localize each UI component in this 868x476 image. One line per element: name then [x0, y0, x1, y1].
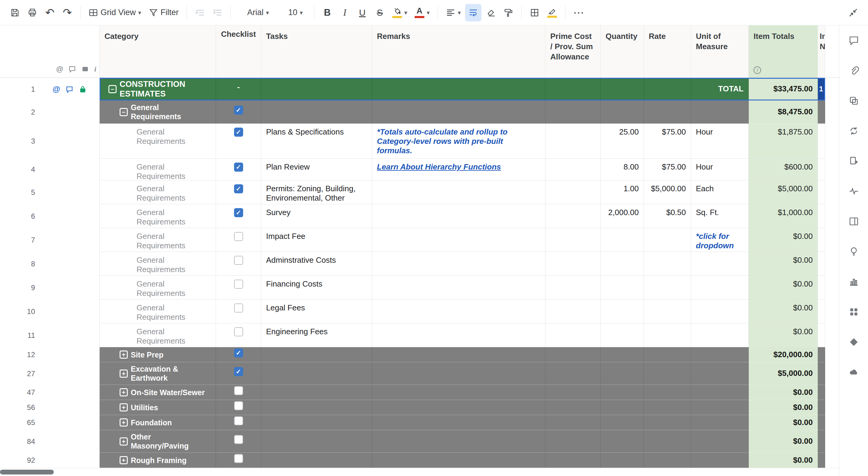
invoice-number-cell[interactable] — [818, 252, 825, 276]
update-requests-panel-button[interactable] — [847, 124, 861, 138]
font-family-selector[interactable]: Arial ▾ — [236, 4, 281, 22]
unit-of-measure-cell[interactable]: Hour — [691, 159, 749, 180]
rate-cell[interactable] — [644, 385, 691, 400]
print-button[interactable] — [24, 4, 40, 22]
expand-toggle-icon[interactable]: + — [120, 388, 128, 396]
rate-cell[interactable] — [644, 453, 691, 468]
row-number[interactable]: 5 — [0, 188, 35, 197]
horizontal-scrollbar[interactable] — [0, 468, 839, 476]
rate-cell[interactable] — [644, 430, 691, 453]
task-cell[interactable] — [261, 362, 372, 385]
quantity-cell[interactable]: 1.00 — [601, 180, 644, 204]
task-cell[interactable] — [261, 430, 372, 453]
summary-panel-button[interactable] — [847, 215, 861, 228]
prime-cost-cell[interactable] — [546, 300, 601, 324]
category-cell[interactable]: General Requirements — [100, 159, 216, 180]
unit-of-measure-cell[interactable]: Hour — [691, 124, 749, 159]
remarks-cell[interactable] — [372, 347, 546, 362]
category-cell[interactable]: −CONSTRUCTION ESTIMATES — [100, 78, 216, 100]
rate-cell[interactable] — [644, 252, 691, 276]
category-cell[interactable]: +Excavation & Earthwork — [100, 362, 216, 385]
unit-of-measure-cell[interactable] — [691, 415, 749, 430]
task-cell[interactable] — [261, 100, 372, 124]
row-number[interactable]: 56 — [0, 403, 35, 412]
align-button[interactable]: ▾ — [443, 4, 464, 22]
checklist-cell[interactable]: ✓ — [216, 124, 261, 159]
remarks-cell[interactable] — [372, 415, 546, 430]
row-number[interactable]: 47 — [0, 388, 35, 397]
apps-panel-button[interactable] — [847, 305, 861, 318]
checklist-cell[interactable] — [216, 385, 261, 400]
expand-toggle-icon[interactable]: + — [120, 350, 128, 359]
checklist-cell[interactable] — [216, 415, 261, 430]
prime-cost-cell[interactable] — [546, 324, 601, 347]
quantity-cell[interactable] — [601, 415, 644, 430]
checkbox[interactable] — [234, 416, 243, 425]
rate-cell[interactable] — [644, 324, 691, 347]
row-number[interactable]: 92 — [0, 456, 35, 465]
item-total-cell[interactable]: $0.00 — [749, 324, 818, 347]
checklist-cell[interactable]: ✓ — [216, 362, 261, 385]
rate-cell[interactable]: $75.00 — [644, 159, 691, 180]
remarks-cell[interactable]: Learn About Hierarchy Functions — [372, 159, 546, 180]
checklist-cell[interactable]: ✓ — [216, 347, 261, 362]
category-cell[interactable]: General Requirements — [100, 276, 216, 300]
item-total-cell[interactable]: $1,000.00 — [749, 204, 818, 228]
invoice-number-cell[interactable] — [818, 400, 825, 415]
column-header-tasks[interactable]: Tasks — [261, 25, 372, 78]
item-total-cell[interactable]: $5,000.00 — [749, 180, 818, 204]
expand-toggle-icon[interactable]: + — [120, 437, 128, 445]
invoice-number-cell[interactable] — [818, 100, 825, 124]
font-size-selector[interactable]: 10 ▾ — [282, 4, 309, 22]
invoice-number-cell[interactable]: 1 — [818, 78, 825, 100]
prime-cost-cell[interactable] — [546, 276, 601, 300]
proofs-panel-button[interactable] — [847, 94, 861, 107]
format-painter-button[interactable] — [500, 4, 517, 22]
invoice-number-cell[interactable] — [818, 300, 825, 324]
rate-cell[interactable] — [644, 276, 691, 300]
checkbox[interactable] — [234, 386, 243, 395]
checkbox[interactable]: ✓ — [234, 184, 243, 193]
expand-toggle-icon[interactable]: + — [120, 456, 128, 464]
unit-of-measure-cell[interactable] — [691, 400, 749, 415]
remarks-cell[interactable] — [372, 252, 546, 276]
grid-view-selector[interactable]: Grid View ▾ — [86, 4, 144, 22]
collapse-toggle-icon[interactable]: − — [108, 85, 117, 93]
item-total-cell[interactable]: $0.00 — [749, 385, 818, 400]
undo-button[interactable]: ↶ — [42, 4, 58, 22]
item-total-cell[interactable]: $33,475.00 — [749, 78, 818, 100]
row-number[interactable]: 27 — [0, 370, 35, 378]
row-number[interactable]: 1 — [0, 85, 35, 94]
remarks-cell[interactable] — [372, 180, 546, 204]
checkbox[interactable] — [234, 303, 243, 312]
remarks-cell[interactable] — [372, 228, 546, 252]
collapse-toggle-icon[interactable]: − — [120, 108, 128, 116]
item-total-cell[interactable]: $0.00 — [749, 228, 818, 252]
task-cell[interactable] — [261, 385, 372, 400]
invoice-number-cell[interactable] — [818, 362, 825, 385]
item-total-cell[interactable]: $0.00 — [749, 276, 818, 300]
row-number[interactable]: 84 — [0, 437, 35, 446]
prime-cost-cell[interactable] — [546, 252, 601, 276]
rate-cell[interactable] — [644, 100, 691, 124]
prime-cost-cell[interactable] — [546, 400, 601, 415]
item-total-cell[interactable]: $600.00 — [749, 159, 818, 180]
task-cell[interactable]: Impact Fee — [261, 228, 372, 252]
quantity-cell[interactable] — [601, 430, 644, 453]
wrap-text-button[interactable] — [465, 4, 482, 22]
underline-button[interactable]: U — [354, 4, 371, 22]
expand-toggle-icon[interactable]: + — [120, 418, 128, 427]
prime-cost-cell[interactable] — [546, 228, 601, 252]
row-number[interactable]: 7 — [0, 236, 35, 244]
invoice-number-cell[interactable] — [818, 124, 825, 159]
unit-of-measure-cell[interactable] — [691, 252, 749, 276]
category-cell[interactable]: General Requirements — [100, 204, 216, 228]
quantity-cell[interactable] — [601, 78, 644, 100]
checkbox[interactable] — [234, 280, 243, 289]
comment-icon[interactable] — [68, 65, 76, 73]
checklist-cell[interactable]: ✓ — [216, 159, 261, 180]
publish-panel-button[interactable] — [847, 155, 861, 168]
invoice-number-cell[interactable] — [818, 159, 825, 180]
highlight-button[interactable] — [544, 4, 560, 22]
remarks-cell[interactable] — [372, 385, 546, 400]
